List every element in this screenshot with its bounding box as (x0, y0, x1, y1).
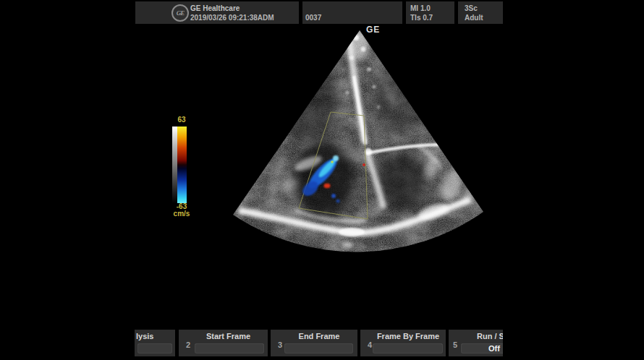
softkey-label: Start Frame (189, 332, 268, 340)
softkey-label: lysis (136, 332, 153, 340)
softkey-value-box[interactable] (373, 343, 443, 353)
softkey-number: 5 (453, 340, 457, 349)
softkey-value-box[interactable] (137, 343, 172, 353)
softkey-run-stop[interactable]: 5 Run / S Off (449, 330, 503, 356)
softkey-number: 2 (186, 340, 190, 349)
softkey-end-frame[interactable]: 3 End Frame (271, 330, 357, 356)
scale-unit-label: cm/s (169, 210, 195, 218)
softkey-value-box[interactable]: Off (461, 343, 503, 353)
ultrasound-display: GE GE Healthcare 2019/03/26 09:21:38ADM … (0, 0, 644, 360)
color-velocity-scale: 63 -63 cm/s (169, 116, 195, 221)
orientation-marker-label: GE (366, 25, 380, 35)
softkey-label: Run / S (477, 332, 503, 340)
softkey-value-box[interactable] (195, 343, 264, 353)
softkey-label: Frame By Frame (370, 332, 446, 340)
grayscale-reference-bar (172, 127, 177, 203)
softkey-value-box[interactable] (284, 343, 353, 353)
softkey-label: End Frame (281, 332, 357, 340)
softkey-start-frame[interactable]: 2 Start Frame (179, 330, 268, 356)
screen-content: GE GE Healthcare 2019/03/26 09:21:38ADM … (135, 0, 503, 360)
softkey-value: Off (488, 344, 500, 353)
softkey-analysis[interactable]: lysis (135, 330, 175, 356)
softkey-number: 3 (278, 340, 282, 349)
doppler-color-bar (177, 127, 187, 203)
softkey-frame-by-frame[interactable]: 4 Frame By Frame (360, 330, 446, 356)
softkey-number: 4 (368, 340, 372, 349)
scale-max-label: 63 (169, 116, 195, 124)
